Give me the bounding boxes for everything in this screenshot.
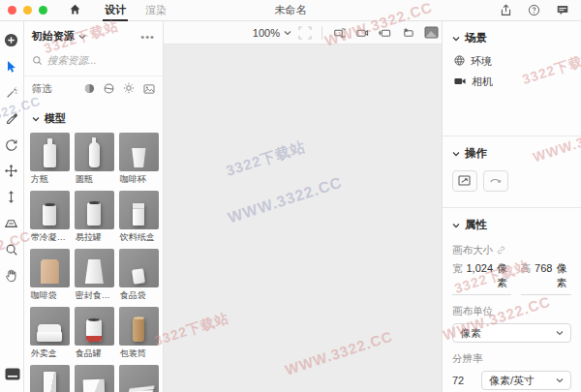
actions-section-header[interactable]: 操作: [443, 136, 581, 166]
rotate-tool[interactable]: [1, 132, 22, 158]
asset-item[interactable]: 包装筒: [119, 307, 159, 360]
magnifier-icon: [5, 243, 18, 256]
asset-label: 咖啡袋: [30, 287, 70, 302]
asset-item[interactable]: 外卖盒: [30, 307, 70, 360]
properties-section-title: 属性: [465, 218, 487, 232]
filter-lights-icon[interactable]: [123, 80, 135, 98]
tab-design-label: 设计: [105, 3, 126, 17]
canvas-unit-label: 画布单位: [452, 305, 493, 318]
scene-item-environment[interactable]: 环境: [443, 51, 581, 72]
asset-search-input[interactable]: 搜索资源...: [24, 47, 163, 75]
asset-item[interactable]: 圆瓶: [75, 133, 114, 186]
select-arrow-icon: [5, 60, 17, 74]
search-icon: [32, 52, 43, 70]
canvas-unit-select[interactable]: 像素: [452, 323, 571, 343]
search-placeholder: 搜索资源...: [47, 54, 97, 68]
canvas-width-field[interactable]: 宽 1,024 像素: [452, 261, 511, 295]
magic-wand-icon: [5, 86, 18, 100]
asset-label: 食品袋: [119, 287, 159, 302]
home-button[interactable]: [69, 2, 81, 19]
asset-label: 咖啡杯: [119, 171, 159, 186]
asset-label: 密封食品袋: [75, 287, 114, 302]
tab-render[interactable]: 渲染: [136, 0, 176, 21]
camera-icon: [454, 76, 466, 88]
resolution-value-input[interactable]: 72: [452, 375, 474, 386]
chevron-down-icon[interactable]: [78, 34, 86, 40]
asset-item[interactable]: 方瓶: [30, 133, 70, 186]
feedback-icon[interactable]: [556, 4, 569, 16]
tab-design[interactable]: 设计: [95, 0, 136, 21]
scene-section-title: 场景: [465, 31, 487, 45]
maximize-window-button[interactable]: [39, 6, 47, 15]
help-icon[interactable]: [528, 4, 540, 16]
asset-label: 带冷凝水...: [30, 229, 70, 244]
asset-item[interactable]: 咖啡袋: [30, 249, 70, 302]
chevron-down-icon: [556, 330, 564, 336]
zoom-control[interactable]: 100%: [253, 27, 291, 39]
chevron-down-icon: [452, 223, 460, 228]
asset-item[interactable]: 饮料纸盒: [119, 191, 159, 244]
asset-item[interactable]: 咖啡杯: [119, 133, 159, 186]
orbit-camera-icon[interactable]: [329, 24, 349, 42]
scene-section-header[interactable]: 场景: [443, 21, 581, 51]
eyedropper-icon: [5, 112, 18, 126]
asset-item[interactable]: 高箱子: [30, 365, 70, 392]
scale-tool[interactable]: [1, 184, 22, 210]
height-value: 768: [535, 262, 552, 274]
asset-item[interactable]: 食品袋: [119, 249, 159, 302]
titlebar: 设计 渲染 未命名: [0, 0, 581, 21]
filter-materials-icon[interactable]: [104, 80, 114, 98]
match-image-icon: [489, 175, 502, 188]
minimize-window-button[interactable]: [23, 6, 32, 15]
plus-circle-icon: [4, 33, 18, 47]
filter-models-icon[interactable]: [84, 80, 95, 98]
move-tool[interactable]: [1, 158, 22, 184]
magic-wand-tool[interactable]: [1, 79, 22, 106]
pan-tool[interactable]: [1, 262, 22, 288]
properties-section-header[interactable]: 属性: [443, 208, 581, 238]
asset-item[interactable]: 食品罐: [75, 307, 114, 360]
share-icon[interactable]: [500, 4, 512, 16]
right-panel: 场景 环境 相机 操作 属性: [442, 21, 581, 392]
zoom-level: 100%: [253, 27, 280, 39]
asset-item[interactable]: 易拉罐: [75, 191, 114, 244]
camera-bookmark-icon[interactable]: [399, 24, 418, 42]
asset-label: 外卖盒: [30, 346, 70, 360]
asset-item[interactable]: 打开盖子...: [119, 365, 159, 392]
filter-images-icon[interactable]: [143, 80, 155, 98]
resolution-unit-select[interactable]: 像素/英寸: [481, 371, 571, 390]
starter-assets-panel: 初始资源 ••• 搜索资源... 筛选 模型 方瓶 圆瓶 咖啡杯 带冷凝水...: [24, 21, 164, 392]
render-preview-toggle[interactable]: [0, 367, 24, 384]
sampler-tool[interactable]: [1, 106, 22, 132]
tool-strip: [0, 21, 24, 392]
asset-item[interactable]: 密封食品袋: [75, 249, 114, 302]
canvas-height-field[interactable]: 高 768 像素: [521, 261, 571, 295]
assets-panel-menu-button[interactable]: •••: [140, 31, 155, 43]
background-image-icon[interactable]: [422, 24, 442, 42]
models-section-header[interactable]: 模型: [24, 104, 163, 131]
zoom-tool[interactable]: [1, 236, 22, 262]
asset-item[interactable]: 带冷凝水...: [30, 191, 70, 244]
environment-label: 环境: [471, 54, 492, 69]
close-window-button[interactable]: [8, 6, 16, 15]
select-tool[interactable]: [1, 53, 22, 79]
horizon-tool[interactable]: [1, 210, 22, 236]
scene-item-camera[interactable]: 相机: [443, 72, 581, 92]
canvas-column: 100%: [164, 21, 442, 392]
resolution-label: 分辨率: [452, 352, 483, 366]
link-dimensions-icon[interactable]: [497, 245, 505, 256]
resize-canvas-button[interactable]: [452, 170, 477, 192]
asset-label: 圆瓶: [75, 171, 114, 186]
rotate-icon: [4, 137, 18, 152]
viewport[interactable]: [164, 44, 442, 392]
pan-camera-icon[interactable]: [352, 24, 372, 42]
hand-icon: [5, 269, 17, 283]
add-content-button[interactable]: [1, 27, 22, 53]
match-image-button[interactable]: [483, 170, 508, 192]
dolly-camera-icon[interactable]: [376, 24, 395, 42]
asset-label: 包装筒: [119, 346, 159, 360]
asset-item[interactable]: 立方体箱子: [75, 365, 114, 392]
filter-label: 筛选: [32, 82, 52, 96]
chevron-down-icon: [284, 30, 291, 36]
frame-canvas-icon[interactable]: [295, 24, 315, 42]
